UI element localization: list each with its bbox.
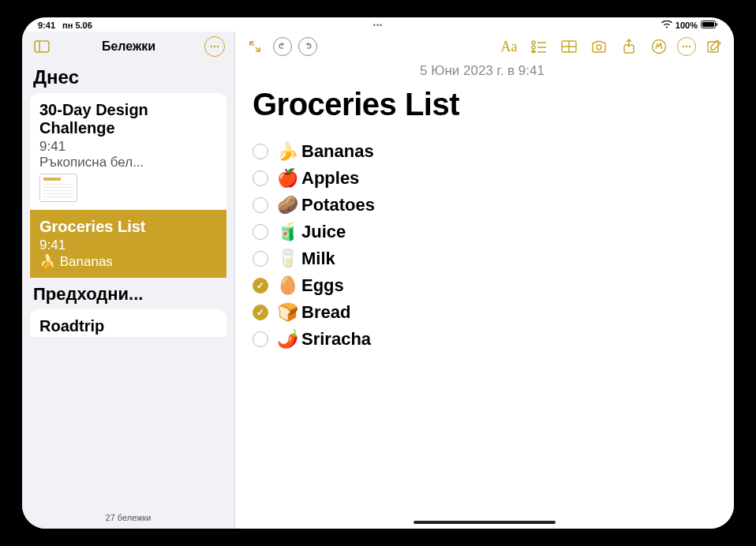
item-emoji: 🍞 — [276, 304, 298, 321]
checklist-icon[interactable] — [527, 35, 551, 58]
checklist: 🍌Bananas🍎Apples🥔Potatoes🧃Juice🥛Milk🥚Eggs… — [253, 143, 712, 348]
note-item-title: 30-Day Design Challenge — [39, 101, 217, 137]
svg-point-6 — [214, 46, 215, 47]
ipad-frame: 9:41 пн 5.06 ••• 100% — [0, 0, 756, 546]
checklist-item[interactable]: 🥔Potatoes — [253, 196, 712, 214]
svg-point-17 — [597, 45, 601, 50]
document-title[interactable]: Groceries List — [253, 87, 712, 122]
note-item-time: 9:41 — [39, 139, 217, 155]
fullscreen-icon[interactable] — [243, 35, 267, 58]
editor-toolbar: Aa — [235, 32, 734, 62]
status-bar: 9:41 пн 5.06 ••• 100% — [22, 17, 734, 32]
markup-icon[interactable] — [647, 35, 671, 58]
content-area: Бележки Днес 30-Day Design Challenge 9:4… — [22, 32, 734, 529]
check-circle-icon[interactable] — [253, 170, 268, 186]
checklist-item[interactable]: 🧃Juice — [253, 223, 712, 241]
battery-icon — [701, 21, 718, 30]
note-item-title: Groceries List — [39, 218, 217, 236]
format-text-icon[interactable]: Aa — [497, 35, 521, 58]
sidebar-title: Бележки — [22, 39, 235, 54]
note-item-time: 9:41 — [39, 237, 217, 253]
note-thumbnail — [39, 174, 77, 202]
item-emoji: 🍎 — [276, 170, 298, 187]
item-emoji: 🍌 — [276, 143, 298, 160]
status-time: 9:41 — [38, 21, 55, 30]
note-item-preview: 🍌 Bananas — [39, 253, 217, 270]
svg-rect-2 — [717, 23, 718, 26]
check-circle-icon[interactable] — [253, 251, 268, 267]
check-circle-icon[interactable] — [253, 278, 268, 294]
editor-pane: Aa — [235, 32, 734, 529]
compose-icon[interactable] — [702, 35, 726, 58]
svg-point-10 — [532, 46, 535, 49]
item-label: Bananas — [301, 143, 374, 160]
check-circle-icon[interactable] — [253, 144, 268, 159]
note-list-item-selected[interactable]: Groceries List 9:41 🍌 Bananas — [30, 210, 226, 278]
editor-body[interactable]: 5 Юни 2023 г. в 9:41 Groceries List 🍌Ban… — [235, 62, 734, 529]
sidebar: Бележки Днес 30-Day Design Challenge 9:4… — [22, 32, 235, 529]
sidebar-footer-count: 27 бележки — [22, 508, 234, 529]
item-label: Eggs — [301, 277, 344, 294]
item-label: Potatoes — [301, 196, 375, 214]
notes-list[interactable]: 30-Day Design Challenge 9:41 Ръкописна б… — [22, 93, 234, 508]
svg-point-7 — [217, 46, 219, 47]
checklist-item[interactable]: 🍞Bread — [253, 304, 712, 321]
item-label: Bread — [301, 304, 350, 321]
svg-point-5 — [211, 46, 212, 47]
checklist-item[interactable]: 🌶️Sriracha — [253, 331, 712, 348]
check-circle-icon[interactable] — [253, 305, 268, 320]
home-indicator[interactable] — [414, 521, 556, 524]
battery-percent: 100% — [676, 21, 698, 30]
svg-point-22 — [689, 46, 691, 47]
svg-point-21 — [686, 46, 687, 47]
note-date: 5 Юни 2023 г. в 9:41 — [253, 63, 712, 79]
sidebar-header: Бележки — [22, 32, 234, 62]
checklist-item[interactable]: 🍌Bananas — [253, 143, 712, 160]
item-label: Apples — [301, 170, 359, 187]
item-emoji: 🌶️ — [276, 331, 298, 348]
checklist-item[interactable]: 🍎Apples — [253, 170, 712, 187]
svg-rect-3 — [35, 41, 49, 52]
check-circle-icon[interactable] — [253, 197, 268, 213]
screen: 9:41 пн 5.06 ••• 100% — [22, 17, 734, 529]
more-icon[interactable] — [677, 37, 696, 56]
item-emoji: 🥔 — [276, 196, 298, 214]
sidebar-more-icon[interactable] — [204, 36, 225, 57]
svg-rect-1 — [702, 22, 714, 27]
wifi-icon — [661, 21, 672, 30]
camera-icon[interactable] — [587, 35, 611, 58]
share-icon[interactable] — [617, 35, 641, 58]
note-list-item[interactable]: Roadtrip — [30, 309, 226, 337]
item-emoji: 🧃 — [276, 223, 298, 241]
redo-icon[interactable] — [298, 37, 317, 56]
note-list-item[interactable]: 30-Day Design Challenge 9:41 Ръкописна б… — [30, 93, 226, 210]
section-previous-header: Предходни... — [30, 278, 226, 309]
svg-point-20 — [683, 46, 684, 47]
svg-point-8 — [532, 41, 535, 44]
sidebar-toggle-icon[interactable] — [32, 36, 52, 57]
checklist-item[interactable]: 🥚Eggs — [253, 277, 712, 294]
status-date: пн 5.06 — [62, 21, 92, 30]
section-today-header: Днес — [22, 62, 234, 93]
svg-point-12 — [532, 50, 535, 53]
check-circle-icon[interactable] — [253, 224, 268, 240]
item-label: Milk — [301, 250, 335, 267]
undo-icon[interactable] — [273, 37, 292, 56]
item-label: Sriracha — [301, 331, 371, 348]
item-emoji: 🥛 — [276, 250, 298, 267]
item-label: Juice — [301, 223, 346, 241]
check-circle-icon[interactable] — [253, 331, 268, 347]
note-item-title: Roadtrip — [39, 317, 217, 335]
checklist-item[interactable]: 🥛Milk — [253, 250, 712, 267]
table-icon[interactable] — [557, 35, 581, 58]
multitask-dots[interactable]: ••• — [373, 21, 383, 29]
note-item-preview: Ръкописна бел... — [39, 155, 217, 170]
item-emoji: 🥚 — [276, 277, 298, 294]
